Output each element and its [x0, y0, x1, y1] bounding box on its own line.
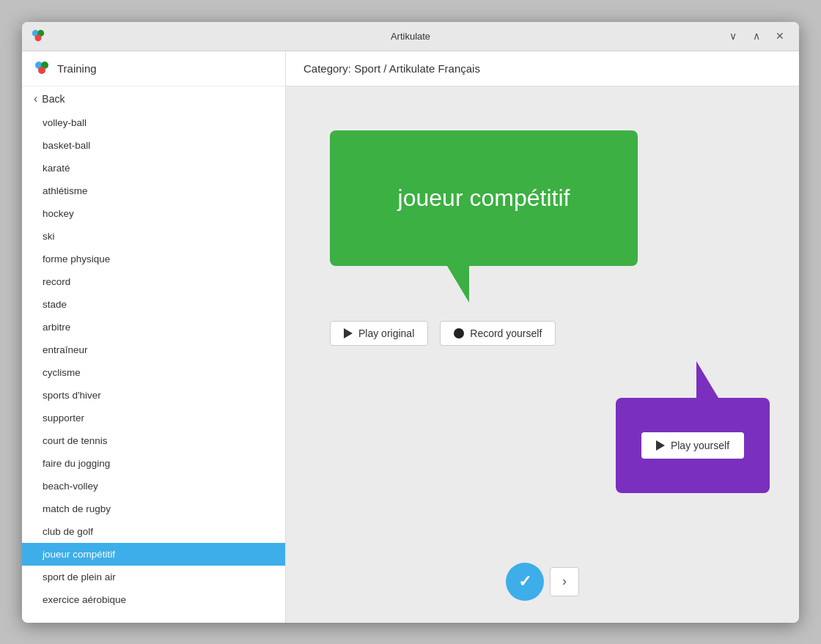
titlebar: Artikulate ∨ ∧ ✕	[22, 22, 799, 51]
titlebar-title: Artikulate	[391, 31, 430, 42]
svg-point-2	[34, 34, 41, 41]
svg-point-5	[38, 67, 45, 74]
play-yourself-label: Play yourself	[671, 440, 729, 451]
titlebar-controls: ∨ ∧ ✕	[723, 27, 790, 45]
sidebar-list: ‹ Back volley-ballbasket-ballkaratéathlé…	[22, 86, 285, 623]
sidebar-item-karate[interactable]: karaté	[22, 157, 285, 179]
sidebar-item-arbitre[interactable]: arbitre	[22, 316, 285, 338]
sidebar-item-record[interactable]: record	[22, 270, 285, 293]
sidebar-item-sports-dhiver[interactable]: sports d'hiver	[22, 384, 285, 407]
sidebar-item-court-de-tennis[interactable]: court de tennis	[22, 429, 285, 452]
sidebar-header-icon	[34, 60, 50, 76]
back-arrow-icon: ‹	[34, 92, 37, 106]
play-original-button[interactable]: Play original	[330, 321, 428, 346]
sidebar-item-hockey[interactable]: hockey	[22, 202, 285, 225]
buttons-row: Play original Record yourself	[330, 321, 556, 346]
sidebar-items-container: volley-ballbasket-ballkaratéathlétismeho…	[22, 111, 285, 611]
sidebar-item-beach-volley[interactable]: beach-volley	[22, 475, 285, 497]
purple-bubble-tail	[696, 361, 718, 398]
sidebar-item-volley-ball[interactable]: volley-ball	[22, 111, 285, 134]
sidebar-item-entraineur[interactable]: entraîneur	[22, 338, 285, 361]
main-header-title: Category: Sport / Artikulate Français	[303, 62, 480, 75]
sidebar-item-supporter[interactable]: supporter	[22, 407, 285, 429]
close-button[interactable]: ✕	[770, 27, 790, 45]
sidebar-item-basket-ball[interactable]: basket-ball	[22, 134, 285, 157]
titlebar-left	[31, 29, 45, 43]
record-icon	[454, 328, 464, 338]
next-button[interactable]: ›	[550, 567, 579, 596]
bubble-word: joueur compétitif	[398, 185, 570, 212]
sidebar-item-faire-du-jogging[interactable]: faire du jogging	[22, 452, 285, 475]
app-window: Artikulate ∨ ∧ ✕ Training ‹ Back	[22, 22, 799, 623]
record-yourself-label: Record yourself	[470, 327, 542, 339]
play-yourself-icon	[656, 440, 665, 451]
green-bubble-box: joueur compétitif	[330, 130, 638, 266]
purple-bubble: Play yourself	[616, 361, 770, 493]
record-yourself-button[interactable]: Record yourself	[440, 321, 556, 346]
sidebar-item-forme-physique[interactable]: forme physique	[22, 248, 285, 270]
app-icon	[31, 29, 45, 43]
sidebar-item-club-de-golf[interactable]: club de golf	[22, 520, 285, 543]
main-content: joueur compétitif Play original Record y…	[286, 86, 799, 623]
main-header: Category: Sport / Artikulate Français	[286, 51, 799, 86]
sidebar: Training ‹ Back volley-ballbasket-ballka…	[22, 51, 286, 623]
content-area: Training ‹ Back volley-ballbasket-ballka…	[22, 51, 799, 623]
sidebar-header: Training	[22, 51, 285, 86]
maximize-button[interactable]: ∧	[746, 27, 767, 45]
sidebar-item-stade[interactable]: stade	[22, 293, 285, 316]
bottom-nav: ✓ ›	[506, 563, 579, 601]
check-icon: ✓	[518, 572, 531, 591]
green-bubble-tail	[447, 266, 469, 303]
sidebar-item-joueur-competitif[interactable]: joueur compétitif	[22, 543, 285, 566]
play-original-icon	[344, 328, 353, 338]
sidebar-back-button[interactable]: ‹ Back	[22, 86, 285, 111]
purple-bubble-box: Play yourself	[616, 398, 770, 493]
back-label: Back	[42, 93, 65, 105]
sidebar-item-exercice-aerobique[interactable]: exercice aérobique	[22, 588, 285, 611]
next-icon: ›	[562, 574, 567, 589]
check-button[interactable]: ✓	[506, 563, 544, 601]
main-panel: Category: Sport / Artikulate Français jo…	[286, 51, 799, 623]
sidebar-item-match-de-rugby[interactable]: match de rugby	[22, 497, 285, 520]
sidebar-item-sport-de-plein-air[interactable]: sport de plein air	[22, 566, 285, 588]
green-bubble: joueur compétitif	[330, 130, 638, 303]
play-original-label: Play original	[358, 327, 414, 339]
play-yourself-button[interactable]: Play yourself	[641, 432, 744, 459]
sidebar-item-ski[interactable]: ski	[22, 225, 285, 248]
sidebar-item-cyclisme[interactable]: cyclisme	[22, 361, 285, 384]
sidebar-training-title: Training	[57, 62, 97, 75]
minimize-button[interactable]: ∨	[723, 27, 743, 45]
sidebar-item-athletisme[interactable]: athlétisme	[22, 179, 285, 202]
